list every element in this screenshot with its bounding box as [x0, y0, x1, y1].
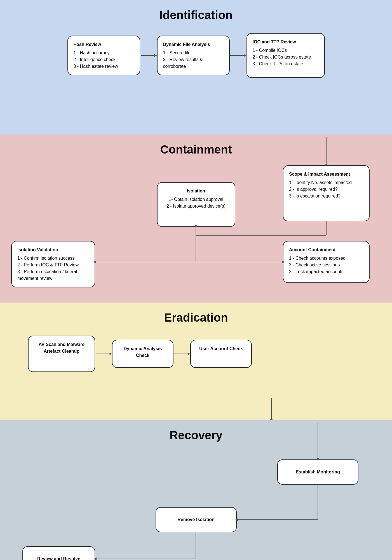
- svg-marker-16: [109, 353, 112, 355]
- containment-title: Containment: [11, 143, 381, 156]
- svg-marker-18: [188, 353, 190, 355]
- recovery-section: Recovery Establish Monitoring Remove Iso…: [0, 420, 392, 560]
- dynamic-file-line3: corroborate: [163, 64, 186, 69]
- isolation-val-line2: 2 - Perform IOC & TTP Review: [17, 262, 79, 267]
- isolation-line1: 1- Obtain isolation approval: [169, 197, 223, 202]
- arrow-1-2: [140, 53, 157, 58]
- scope-line1: 1 - Identify No. assets impacted: [289, 180, 352, 185]
- remove-isolation-box: Remove Isolation: [156, 507, 237, 532]
- isolation-val-title: Isolation Validation: [17, 247, 89, 253]
- account-line2: 3 - Check active sessions: [289, 262, 340, 267]
- ioc-line2: 2 - Check IOCs across estate: [253, 55, 311, 59]
- ioc-line3: 3 - Check TTPs on estate: [253, 61, 303, 66]
- account-line3: 2 - Lock impacted accounts: [289, 269, 344, 274]
- av-scan-box: AV Scan and Malware Artefact Cleanup: [28, 336, 95, 372]
- hash-review-box: Hash Review 1 - Hash accuracy 2 - Intell…: [67, 36, 140, 75]
- isolation-val-line3: 3 - Perform escalation / lateral movemen…: [17, 269, 77, 281]
- dynamic-file-analysis-box: Dynamic File Analysis 1 - Secure file 2 …: [157, 36, 230, 75]
- dynamic-file-line2: 2 - Review results &: [163, 57, 203, 62]
- account-line1: 1 - Check accounts exposed: [289, 256, 346, 261]
- dynamic-file-line1: 1 - Secure file: [163, 50, 191, 55]
- isolation-title: Isolation: [163, 188, 229, 194]
- recovery-title: Recovery: [11, 429, 381, 442]
- hash-review-line1: 1 - Hash accuracy: [74, 50, 110, 55]
- review-resolve-title: Review and Resolve: [37, 556, 80, 560]
- scope-impact-box: Scope & Impact Assessment 1 - Identify N…: [283, 165, 370, 221]
- identification-title: Identification: [11, 8, 381, 22]
- hash-review-line3: 3 - Hash estate review: [74, 64, 118, 69]
- remove-isolation-title: Remove Isolation: [177, 516, 214, 523]
- isolation-val-line1: 1 - Confirm isolation success: [17, 256, 75, 261]
- dynamic-file-title: Dynamic File Analysis: [163, 41, 224, 48]
- ioc-ttp-title: IOC and TTP Review: [253, 39, 319, 45]
- dynamic-analysis-title: Dynamic Analysis Check: [118, 345, 167, 359]
- erad-to-recovery-arrow: [0, 398, 392, 420]
- establish-monitoring-title: Establish Monitoring: [296, 469, 340, 475]
- scope-title: Scope & Impact Assessment: [289, 171, 363, 178]
- hash-review-title: Hash Review: [74, 41, 134, 48]
- account-containment-box: Account Containment 1 - Check accounts e…: [283, 241, 370, 283]
- identification-flow: Hash Review 1 - Hash accuracy 2 - Intell…: [11, 33, 381, 78]
- isolation-validation-box: Isolation Validation 1 - Confirm isolati…: [11, 241, 95, 287]
- svg-marker-1: [154, 54, 157, 57]
- scope-line3: 3 - Is escalation required?: [289, 194, 341, 198]
- user-account-check-box: User Account Check: [190, 340, 252, 368]
- arrow-2-3: [230, 53, 247, 58]
- arrow-erad-1-2: [95, 351, 112, 357]
- user-account-title: User Account Check: [196, 345, 246, 352]
- eradication-flow: AV Scan and Malware Artefact Cleanup Dyn…: [11, 336, 381, 372]
- eradication-section: Eradication AV Scan and Malware Artefact…: [0, 303, 392, 420]
- svg-marker-3: [244, 54, 247, 57]
- eradication-title: Eradication: [11, 311, 381, 324]
- containment-section: Containment Scope & Impact Assessment 1 …: [0, 134, 392, 303]
- account-title: Account Containment: [289, 247, 363, 253]
- establish-monitoring-box: Establish Monitoring: [277, 459, 358, 485]
- av-scan-title: AV Scan and Malware Artefact Cleanup: [34, 341, 89, 355]
- hash-review-line2: 2 - Intelligence check: [74, 57, 116, 62]
- isolation-box: Isolation 1- Obtain isolation approval 2…: [157, 182, 235, 227]
- ioc-ttp-review-box: IOC and TTP Review 1 - Compile IOCs 2 - …: [247, 33, 325, 78]
- identification-section: Identification Hash Review 1 - Hash accu…: [0, 0, 392, 134]
- arrow-erad-2-3: [173, 351, 190, 357]
- review-resolve-box: Review and Resolve: [22, 546, 95, 560]
- scope-line2: 2 - Is approval required?: [289, 187, 337, 192]
- isolation-line2: 2 - Isolate approved device(s): [166, 204, 226, 208]
- dynamic-analysis-check-box: Dynamic Analysis Check: [112, 340, 173, 368]
- ioc-line1: 1 - Compile IOCs: [253, 48, 287, 53]
